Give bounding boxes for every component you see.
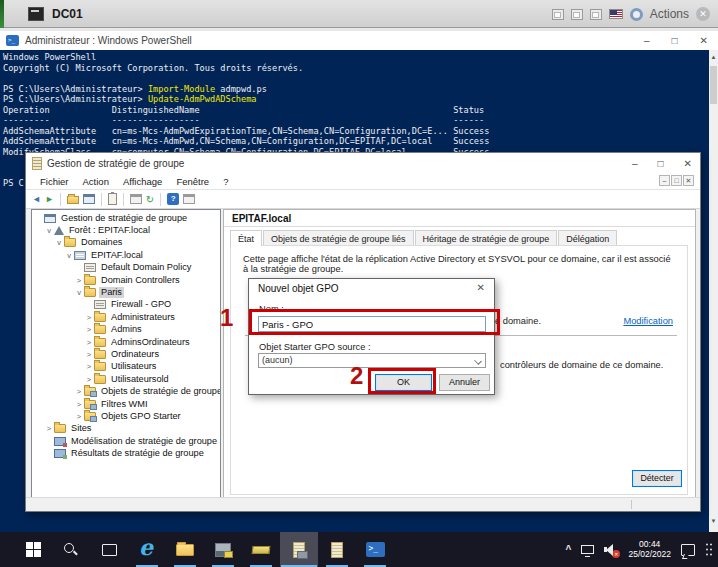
expander-icon[interactable]: > xyxy=(84,325,94,334)
taskbar-server-manager[interactable] xyxy=(204,532,242,567)
taskbar-task-view[interactable] xyxy=(90,532,128,567)
tree-item-administrateurs[interactable]: >Administrateurs xyxy=(32,311,220,323)
gpmc-maximize-button[interactable]: □ xyxy=(658,158,664,169)
expander-icon[interactable]: > xyxy=(84,313,94,322)
tree-item-adminsordinateurs[interactable]: >AdminsOrdinateurs xyxy=(32,336,220,348)
menu-fichier[interactable]: Fichier xyxy=(34,174,75,189)
action-center-icon[interactable] xyxy=(681,544,695,556)
tree-item-objets-de-strat-gie-de-groupe[interactable]: >Objets de stratégie de groupe xyxy=(32,385,220,397)
forward-icon[interactable]: ► xyxy=(45,193,54,206)
expander-icon[interactable]: > xyxy=(74,387,84,396)
vm-maximize-button[interactable] xyxy=(590,9,602,20)
expander-icon[interactable]: > xyxy=(74,412,84,421)
mdi-close-button[interactable]: ✕ xyxy=(683,175,694,186)
expander-icon[interactable]: v xyxy=(44,226,54,235)
dialog-close-button[interactable]: ✕ xyxy=(477,282,485,293)
tree-item-firewall-gpo[interactable]: Firewall - GPO xyxy=(32,299,220,311)
expander-icon[interactable]: > xyxy=(84,375,94,384)
menu-affichage[interactable]: Affichage xyxy=(117,174,168,189)
vm-restore-button[interactable] xyxy=(571,9,583,20)
settings-gear-icon[interactable] xyxy=(630,8,643,21)
properties-icon[interactable] xyxy=(130,194,142,204)
detect-button[interactable]: Détecter xyxy=(632,470,682,487)
tray-clock[interactable]: 00:44 25/02/2022 xyxy=(628,540,671,559)
tab-h-ritage-de-strat-gie-de-groupe[interactable]: Héritage de stratégie de groupe xyxy=(415,230,558,246)
export-list-icon[interactable] xyxy=(108,193,117,205)
ou-icon xyxy=(84,288,96,297)
expander-icon[interactable]: > xyxy=(44,424,54,433)
vm-actions-menu[interactable]: Actions xyxy=(650,7,689,21)
taskbar-start[interactable] xyxy=(14,532,52,567)
taskbar-gpmc[interactable] xyxy=(280,532,318,567)
gpmc-close-button[interactable]: ✕ xyxy=(684,158,692,169)
refresh-icon[interactable]: ↻ xyxy=(146,193,154,206)
scrollbar-thumb[interactable] xyxy=(710,66,717,104)
expander-icon[interactable]: v xyxy=(74,288,84,297)
menu-fen-tre[interactable]: Fenêtre xyxy=(170,174,215,189)
tree-item-domain-controllers[interactable]: >Domain Controllers xyxy=(32,274,220,286)
tree-item-utilisateursold[interactable]: >Utilisateursold xyxy=(32,373,220,385)
tree-item-epitaf-local[interactable]: vEPITAF.local xyxy=(32,249,220,261)
tree-item-mod-lisation-de-strat-gie-de-groupe[interactable]: Modélisation de stratégie de groupe xyxy=(32,435,220,447)
taskbar-gpo-editor[interactable] xyxy=(318,532,356,567)
taskbar-admin-tool[interactable] xyxy=(242,532,280,567)
taskbar-powershell[interactable] xyxy=(356,532,394,567)
tab-d-l-gation[interactable]: Délégation xyxy=(558,230,617,246)
system-tray: ^ ✕ 00:44 25/02/2022 xyxy=(566,532,718,567)
tab-objets-de-strat-gie-de-groupe-li-s[interactable]: Objets de stratégie de groupe liés xyxy=(263,230,414,246)
tree-item-ordinateurs[interactable]: >Ordinateurs xyxy=(32,348,220,360)
tree-item-gestion-de-strat-gie-de-groupe[interactable]: Gestion de stratégie de groupe xyxy=(32,212,220,224)
volume-muted-icon[interactable]: ✕ xyxy=(604,544,618,556)
expander-icon[interactable]: > xyxy=(74,400,84,409)
gpmc-minimize-button[interactable]: – xyxy=(632,158,638,169)
tree-item-for-t-epitaf-local[interactable]: vForêt : EPITAF.local xyxy=(32,224,220,236)
expander-icon[interactable]: v xyxy=(64,251,74,260)
tree-item-label: Sites xyxy=(69,423,93,434)
help-icon[interactable]: ? xyxy=(167,193,179,205)
mdi-restore-button[interactable]: □ xyxy=(671,175,682,186)
tree-item-utilisateurs[interactable]: >Utilisateurs xyxy=(32,361,220,373)
vm-minimize-button[interactable] xyxy=(552,9,564,20)
expander-icon[interactable]: > xyxy=(84,338,94,347)
mdi-minimize-button[interactable]: – xyxy=(659,175,670,186)
gpmc-tree-pane: Gestion de stratégie de groupevForêt : E… xyxy=(31,209,221,498)
taskbar-internet-explorer[interactable] xyxy=(128,532,166,567)
tree-item-filtres-wmi[interactable]: >Filtres WMI xyxy=(32,398,220,410)
network-icon[interactable] xyxy=(581,545,594,554)
menu-[interactable]: ? xyxy=(217,174,234,189)
tree-item-domaines[interactable]: vDomaines xyxy=(32,237,220,249)
expander-icon[interactable]: > xyxy=(84,350,94,359)
powershell-minimize-button[interactable]: – xyxy=(644,35,650,46)
tree-item-paris[interactable]: vParis xyxy=(32,286,220,298)
new-window-icon[interactable] xyxy=(183,194,195,204)
powershell-restore-button[interactable]: □ xyxy=(672,35,678,46)
cancel-button[interactable]: Annuler xyxy=(439,374,490,391)
tab-tat[interactable]: État xyxy=(230,230,262,246)
tree-item-default-domain-policy[interactable]: Default Domain Policy xyxy=(32,262,220,274)
tree-item-objets-gpo-starter[interactable]: >Objets GPO Starter xyxy=(32,410,220,422)
taskbar-search[interactable] xyxy=(52,532,90,567)
scroll-up-icon[interactable]: ▲ xyxy=(709,52,718,62)
powershell-scrollbar[interactable]: ▲ ▼ xyxy=(709,50,718,532)
show-desktop-icon[interactable] xyxy=(705,542,714,558)
expander-icon[interactable]: > xyxy=(84,362,94,371)
tree-item-label: Admins xyxy=(109,324,144,335)
menu-action[interactable]: Action xyxy=(77,174,115,189)
back-icon[interactable]: ◄ xyxy=(32,193,41,206)
tree-item-sites[interactable]: >Sites xyxy=(32,423,220,435)
powershell-close-button[interactable]: ✕ xyxy=(700,35,708,46)
expander-icon[interactable]: v xyxy=(54,238,64,247)
starter-gpo-select[interactable]: (aucun) xyxy=(258,353,486,368)
expander-icon[interactable]: > xyxy=(74,276,84,285)
tree-item-admins[interactable]: >Admins xyxy=(32,324,220,336)
show-console-tree-icon[interactable] xyxy=(83,194,95,204)
baseline-sentence-fragment: e domaine. xyxy=(495,316,541,326)
vm-close-button[interactable]: ✕ xyxy=(696,7,710,21)
scroll-down-icon[interactable]: ▼ xyxy=(709,516,718,526)
tray-chevron-up-icon[interactable]: ^ xyxy=(566,544,572,555)
keyboard-layout-flag-icon[interactable] xyxy=(609,9,623,19)
taskbar-file-explorer[interactable] xyxy=(166,532,204,567)
up-one-level-icon[interactable] xyxy=(67,196,79,204)
modification-link[interactable]: Modification xyxy=(623,316,673,326)
tree-item-r-sultats-de-strat-gie-de-groupe[interactable]: Résultats de stratégie de groupe xyxy=(32,447,220,459)
